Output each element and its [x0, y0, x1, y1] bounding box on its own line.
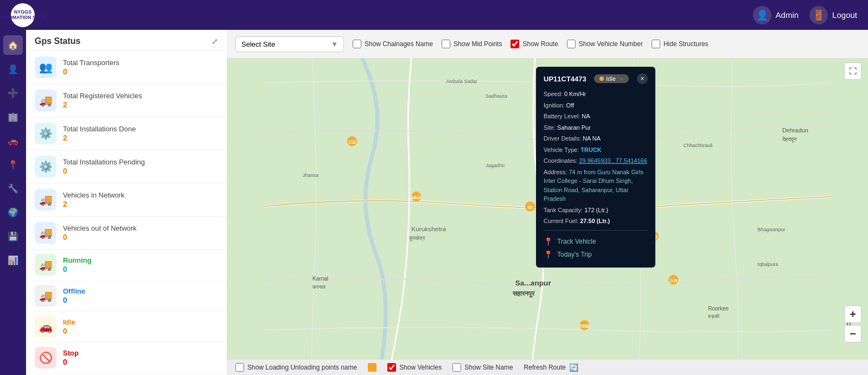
idle-value: 0: [63, 327, 218, 335]
installations-done-icon: ⚙️: [35, 123, 56, 144]
nav-save[interactable]: 💾: [3, 226, 23, 246]
svg-text:Sadhaura: Sadhaura: [486, 93, 507, 99]
svg-text:Jagadhri: Jagadhri: [486, 163, 505, 168]
offline-value: 0: [63, 296, 218, 304]
nav-chart[interactable]: 📊: [3, 250, 23, 270]
site-select[interactable]: Select Site ▼: [235, 36, 344, 52]
popup-tank: Tank Capacity: 172 (Ltr.): [544, 206, 648, 215]
svg-text:Bhagwanpur: Bhagwanpur: [757, 227, 785, 232]
installations-done-text: Total Installations Done 2: [63, 125, 218, 143]
transporters-text: Total Transporters 0: [63, 59, 218, 77]
show-chainages-item: Show Chainages Name: [353, 40, 433, 48]
installations-pending-text: Total Installations Pending 0: [63, 158, 218, 176]
show-loading-checkbox[interactable]: [235, 363, 244, 372]
stop-text: Stop 0: [63, 349, 218, 367]
refresh-icon[interactable]: 🔄: [569, 363, 578, 372]
svg-text:करनाल: करनाल: [312, 284, 326, 290]
show-route-label: Show Route: [522, 40, 558, 48]
nav-add[interactable]: ➕: [3, 83, 23, 103]
nav-building[interactable]: 🏢: [3, 107, 23, 126]
fullscreen-button[interactable]: ⛶: [844, 62, 861, 80]
svg-text:Kurukshetra: Kurukshetra: [411, 225, 446, 233]
svg-text:रुड़की: रुड़की: [707, 314, 720, 319]
show-vehicle-num-checkbox[interactable]: [567, 40, 576, 48]
show-midpoints-checkbox[interactable]: [442, 40, 450, 48]
track-vehicle-button[interactable]: 📍 Track Vehicle: [544, 235, 648, 248]
show-route-checkbox[interactable]: [510, 40, 519, 48]
admin-button[interactable]: 👤 Admin: [753, 6, 799, 24]
zoom-in-button[interactable]: +: [844, 306, 861, 323]
map-bottom-bar: Show Loading Unloading points name Show …: [227, 360, 868, 375]
nav-user[interactable]: 👤: [3, 59, 23, 79]
stop-label: Stop: [63, 349, 218, 358]
show-vehicle-num-label: Show Vehicle Number: [579, 40, 643, 48]
track-icon: 📍: [544, 237, 553, 246]
show-chainages-checkbox[interactable]: [353, 40, 361, 48]
admin-label: Admin: [776, 10, 799, 20]
svg-text:152: 152: [348, 140, 356, 145]
idle-icon: 🚗: [35, 316, 56, 338]
popup-fuel-value: 27.50 (Ltr.): [580, 218, 610, 224]
gps-title: Gps Status: [35, 36, 80, 46]
popup-type-value: TRUCK: [580, 147, 602, 153]
todays-trip-button[interactable]: 📍 Today's Trip: [544, 248, 648, 261]
installations-pending-label: Total Installations Pending: [63, 158, 218, 167]
installations-pending-value: 0: [63, 167, 218, 175]
trip-icon: 📍: [544, 250, 553, 259]
stat-row-in-network: 🚚 Vehicles in Network 2: [26, 183, 227, 217]
status-offline: 🚚 Offline 0: [26, 281, 227, 312]
in-network-text: Vehicles in Network 2: [63, 191, 218, 209]
close-icon: ×: [640, 75, 644, 82]
popup-battery: Battery Level: NA: [544, 112, 648, 121]
idle-label: Idle: [63, 318, 218, 327]
logout-button[interactable]: 🚪 Logout: [809, 6, 857, 24]
popup-close-button[interactable]: ×: [637, 73, 648, 84]
map-area[interactable]: Select Site ▼ Show Chainages Name Show M…: [227, 30, 868, 375]
popup-status-badge: Idle −: [594, 74, 629, 83]
main-layout: 🏠 👤 ➕ 🏢 🚗 📍 🔧 🌍 💾 📊 Gps Status ⤢ 👥 Total…: [0, 30, 868, 375]
svg-text:344: 344: [670, 278, 678, 283]
nav-location[interactable]: 📍: [3, 155, 23, 174]
show-loading-label: Show Loading Unloading points name: [247, 364, 357, 371]
installations-pending-icon: ⚙️: [35, 156, 56, 177]
popup-coords-value[interactable]: 29.9645933 , 77.5414166: [579, 157, 647, 164]
registered-value: 2: [63, 100, 218, 109]
trip-label: Today's Trip: [557, 251, 592, 258]
out-network-value: 0: [63, 233, 218, 241]
nav-home[interactable]: 🏠: [3, 35, 23, 55]
show-vehicles-checkbox[interactable]: [387, 363, 396, 372]
hide-structures-checkbox[interactable]: [652, 40, 660, 48]
gps-header: Gps Status ⤢: [26, 30, 227, 51]
minus-icon[interactable]: −: [620, 75, 623, 82]
transporters-label: Total Transporters: [63, 59, 218, 68]
popup-vehicle-type: Vehicle Type: TRUCK: [544, 145, 648, 155]
svg-text:44: 44: [528, 205, 533, 210]
out-network-icon: 🚚: [35, 222, 56, 244]
svg-text:Iqbalpura: Iqbalpura: [757, 262, 778, 267]
show-site-name-checkbox[interactable]: [452, 363, 461, 372]
track-label: Track Vehicle: [557, 238, 596, 245]
installations-done-label: Total Installations Done: [63, 125, 218, 134]
stat-row-registered: 🚚 Total Registered Vehicles 2: [26, 84, 227, 117]
idle-text: Idle 0: [63, 318, 218, 336]
popup-divider: [544, 230, 648, 231]
running-label: Running: [63, 256, 218, 265]
show-vehicle-num-item: Show Vehicle Number: [567, 40, 643, 48]
status-circle-icon: [599, 77, 604, 81]
popup-speed-value: 0 Km/Hr: [564, 91, 586, 97]
stop-value: 0: [63, 358, 218, 366]
popup-speed: Speed: 0 Km/Hr: [544, 90, 648, 99]
nav-tools[interactable]: 🔧: [3, 179, 23, 198]
gps-panel: Gps Status ⤢ 👥 Total Transporters 0 🚚 To…: [26, 30, 227, 375]
nav-globe[interactable]: 🌍: [3, 202, 23, 222]
status-stop: 🚫 Stop 0: [26, 342, 227, 373]
popup-header: UP11CT4473 Idle − ×: [544, 73, 648, 84]
expand-icon[interactable]: ⤢: [212, 37, 218, 46]
registered-text: Total Registered Vehicles 2: [63, 92, 218, 110]
nav-car[interactable]: 🚗: [3, 131, 23, 150]
popup-tank-value: 172 (Ltr.): [584, 207, 608, 213]
popup-address: Address: 74 m from Guru Nanak Girls Inte…: [544, 168, 648, 204]
show-chainages-label: Show Chainages Name: [365, 40, 433, 48]
zoom-out-button[interactable]: −: [844, 325, 861, 342]
hide-structures-label: Hide Structures: [663, 40, 709, 48]
